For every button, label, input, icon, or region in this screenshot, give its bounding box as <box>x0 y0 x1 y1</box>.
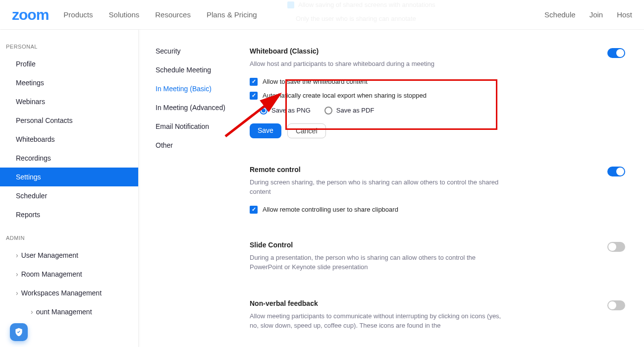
checkbox-remote-clipboard[interactable] <box>250 206 258 214</box>
sidebar-section-personal: PERSONAL <box>0 41 138 55</box>
sidebar-item-recordings[interactable]: Recordings <box>0 149 138 168</box>
setting-whiteboard-title: Whiteboard (Classic) <box>250 47 607 55</box>
subnav-in-meeting-basic[interactable]: In Meeting (Basic) <box>156 79 248 98</box>
toggle-whiteboard[interactable] <box>607 48 625 58</box>
setting-whiteboard-desc: Allow host and participants to share whi… <box>250 59 507 69</box>
label-auto-export: Automatically create local export when s… <box>263 92 427 99</box>
nav-resources[interactable]: Resources <box>155 10 191 19</box>
nav-host[interactable]: Host <box>617 10 632 19</box>
sidebar-item-user-management[interactable]: User Management <box>0 246 138 265</box>
nav-schedule[interactable]: Schedule <box>544 10 576 19</box>
sidebar-item-webinars[interactable]: Webinars <box>0 92 138 111</box>
sidebar-item-meetings[interactable]: Meetings <box>0 73 138 92</box>
nav-solutions[interactable]: Solutions <box>109 10 140 19</box>
sidebar-item-room-management[interactable]: Room Management <box>0 265 138 284</box>
sidebar-item-scheduler[interactable]: Scheduler <box>0 186 138 205</box>
label-remote-clipboard: Allow remote controlling user to share c… <box>263 206 398 213</box>
sidebar-section-admin: ADMIN <box>0 232 138 246</box>
sidebar-item-workspaces-management[interactable]: Workspaces Management <box>0 284 138 302</box>
checkbox-auto-export[interactable] <box>250 92 258 100</box>
cancel-button[interactable]: Cancel <box>287 123 326 138</box>
subnav-other[interactable]: Other <box>156 136 248 155</box>
save-button[interactable]: Save <box>250 123 281 138</box>
nav-join[interactable]: Join <box>590 10 603 19</box>
sidebar-item-whiteboards[interactable]: Whiteboards <box>0 130 138 149</box>
subnav-email-notification[interactable]: Email Notification <box>156 117 248 136</box>
subnav-in-meeting-advanced[interactable]: In Meeting (Advanced) <box>156 98 248 117</box>
radio-save-as-png[interactable]: Save as PNG <box>260 107 311 115</box>
radio-save-as-pdf[interactable]: Save as PDF <box>324 107 375 115</box>
setting-nonverbal-title: Non-verbal feedback <box>250 299 607 307</box>
setting-slide-control-title: Slide Control <box>250 241 607 249</box>
zoom-logo[interactable]: zoom <box>12 6 49 23</box>
label-allow-save-whiteboard: Allow to save the whiteboard content <box>263 78 368 85</box>
subnav-security[interactable]: Security <box>156 42 248 60</box>
sidebar-item-reports[interactable]: Reports <box>0 205 138 224</box>
nav-plans-pricing[interactable]: Plans & Pricing <box>207 10 257 19</box>
nav-products[interactable]: Products <box>63 10 93 19</box>
setting-remote-control-title: Remote control <box>250 166 607 174</box>
faded-previous-setting-1: Allow saving of shared screens with anno… <box>287 1 435 8</box>
setting-nonverbal-desc: Allow meeting participants to communicat… <box>250 311 507 331</box>
toggle-slide-control[interactable] <box>607 242 625 252</box>
toggle-nonverbal-feedback[interactable] <box>607 300 625 310</box>
sidebar-item-settings[interactable]: Settings <box>0 168 138 186</box>
sidebar-item-account-management[interactable]: ount Management <box>0 302 138 321</box>
setting-remote-control-desc: During screen sharing, the person who is… <box>250 177 507 197</box>
checkbox-allow-save-whiteboard[interactable] <box>250 78 258 86</box>
toggle-remote-control[interactable] <box>607 167 625 176</box>
sidebar-item-profile[interactable]: Profile <box>0 55 138 73</box>
shield-icon[interactable] <box>10 323 28 341</box>
faded-previous-setting-2: Only the user who is sharing can annotat… <box>296 15 416 22</box>
setting-slide-control-desc: During a presentation, the person who is… <box>250 253 507 272</box>
sidebar-item-personal-contacts[interactable]: Personal Contacts <box>0 111 138 130</box>
subnav-schedule-meeting[interactable]: Schedule Meeting <box>156 60 248 79</box>
